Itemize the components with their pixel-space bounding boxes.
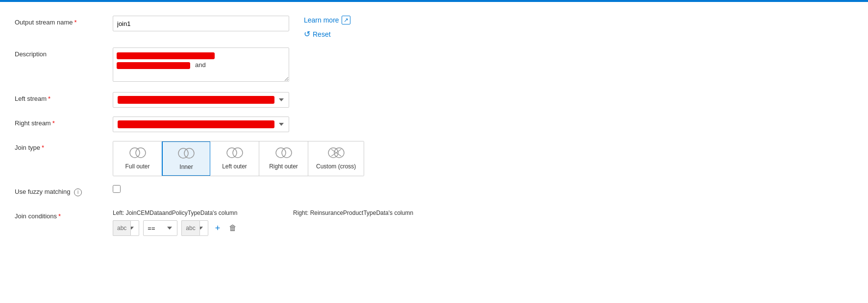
full-outer-label: Full outer <box>125 163 149 170</box>
right-column-header: Right: ReinsuranceProductTypeData's colu… <box>293 210 430 216</box>
fuzzy-matching-label: Use fuzzy matching i <box>15 185 113 196</box>
left-stream-select[interactable] <box>113 92 289 108</box>
right-outer-label: Right outer <box>269 163 298 170</box>
left-stream-label: Left stream* <box>15 92 113 102</box>
left-column-select[interactable] <box>130 220 139 236</box>
join-type-full-outer[interactable]: Full outer <box>113 141 162 176</box>
right-column-select[interactable] <box>199 220 208 236</box>
svg-point-2 <box>178 148 188 158</box>
left-abc-badge: abc <box>113 220 130 236</box>
inner-icon <box>176 146 196 161</box>
fuzzy-matching-info-icon: i <box>74 188 82 196</box>
svg-point-1 <box>136 148 146 158</box>
external-link-icon: ↗ <box>342 16 350 24</box>
output-stream-name-input[interactable] <box>113 16 289 31</box>
required-star: * <box>74 19 77 26</box>
description-input[interactable] <box>113 47 289 82</box>
join-condition-row: abc == != > < abc <box>113 220 554 236</box>
output-stream-name-label: Output stream name* <box>15 16 113 26</box>
svg-point-6 <box>276 148 286 158</box>
join-conditions-label-text: Join conditions <box>15 212 57 220</box>
fuzzy-matching-label-text: Use fuzzy matching <box>15 188 70 195</box>
reset-icon: ↺ <box>304 29 310 39</box>
right-abc-badge: abc <box>181 220 199 236</box>
join-conditions-label: Join conditions* <box>15 210 113 220</box>
delete-condition-button[interactable]: 🗑 <box>227 224 239 233</box>
right-stream-select[interactable] <box>113 117 289 132</box>
description-label: Description <box>15 47 113 58</box>
join-type-label: Join type* <box>15 141 113 151</box>
svg-point-0 <box>130 148 140 158</box>
right-stream-label: Right stream* <box>15 117 113 127</box>
full-outer-icon <box>128 145 148 160</box>
left-outer-label: Left outer <box>222 163 247 170</box>
left-column-header: Left: JoinCEMDataandPolicyTypeData's col… <box>113 210 250 216</box>
join-type-inner[interactable]: Inner <box>162 141 211 176</box>
required-star-join: * <box>42 144 44 151</box>
left-outer-icon <box>225 145 245 160</box>
required-star-right: * <box>52 119 55 127</box>
svg-point-4 <box>227 148 237 158</box>
join-type-right-outer[interactable]: Right outer <box>259 141 308 176</box>
reset-label: Reset <box>313 30 331 38</box>
svg-point-5 <box>233 148 243 158</box>
join-conditions-section: Left: JoinCEMDataandPolicyTypeData's col… <box>113 210 554 236</box>
learn-more-link[interactable]: Learn more ↗ <box>304 16 350 24</box>
fuzzy-matching-checkbox[interactable] <box>113 185 121 193</box>
svg-point-3 <box>184 148 194 158</box>
operator-select[interactable]: == != > < <box>143 220 177 236</box>
required-star-left: * <box>48 95 50 102</box>
join-type-custom-cross[interactable]: Custom (cross) <box>308 141 364 176</box>
join-conditions-header: Left: JoinCEMDataandPolicyTypeData's col… <box>113 210 554 216</box>
learn-more-label: Learn more <box>304 16 339 24</box>
reset-button[interactable]: ↺ Reset <box>304 29 350 39</box>
inner-label: Inner <box>179 163 193 170</box>
delete-icon: 🗑 <box>229 224 237 233</box>
join-type-container: Full outer Inner Left outer <box>113 141 364 176</box>
svg-point-7 <box>282 148 292 158</box>
add-condition-button[interactable]: + <box>212 223 223 233</box>
required-star-conditions: * <box>58 212 61 220</box>
right-stream-label-text: Right stream <box>15 119 51 127</box>
custom-cross-label: Custom (cross) <box>316 163 356 170</box>
join-type-left-outer[interactable]: Left outer <box>210 141 259 176</box>
custom-cross-icon <box>326 145 346 160</box>
right-outer-icon <box>274 145 294 160</box>
